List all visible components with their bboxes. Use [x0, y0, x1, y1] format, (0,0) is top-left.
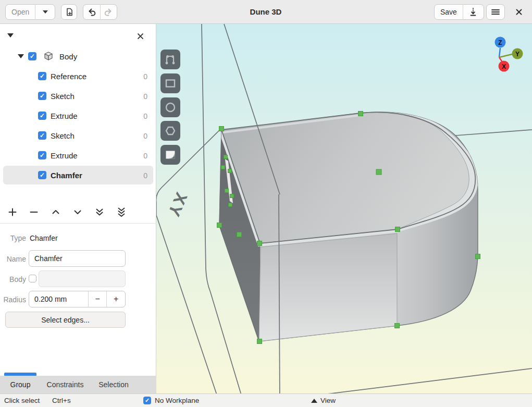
- move-up-button[interactable]: [51, 207, 61, 217]
- solid-body[interactable]: [219, 112, 478, 341]
- view-label[interactable]: View: [320, 397, 336, 404]
- radius-label: Radius: [0, 295, 26, 304]
- move-down-double-button[interactable]: [94, 207, 105, 217]
- menu-button[interactable]: [486, 4, 505, 20]
- row-checkbox[interactable]: ✓: [38, 131, 46, 140]
- tool-draw-path-button[interactable]: [160, 50, 180, 69]
- open-button[interactable]: Open: [6, 8, 35, 16]
- select-edges-button[interactable]: Select edges...: [5, 312, 126, 328]
- name-label: Name: [0, 255, 26, 263]
- status-action: Click select: [4, 397, 40, 404]
- vertex-handle[interactable]: [476, 254, 480, 259]
- vertex-handle[interactable]: [228, 169, 232, 173]
- view-expander-icon[interactable]: [311, 399, 317, 403]
- no-workplane-checkbox[interactable]: ✓: [143, 397, 151, 404]
- type-label: Type: [0, 234, 26, 242]
- tree-label[interactable]: Body: [59, 52, 77, 61]
- tool-draw-polygon-button[interactable]: [160, 121, 180, 141]
- vertex-handle[interactable]: [237, 232, 242, 237]
- scene-canvas[interactable]: XY: [156, 24, 532, 393]
- move-down-button[interactable]: [72, 207, 83, 217]
- body-field: [39, 270, 126, 287]
- tree-label[interactable]: Reference: [51, 72, 86, 81]
- tab-selection[interactable]: Selection: [94, 376, 133, 393]
- undo-icon: [86, 7, 97, 17]
- open-split-button[interactable]: Open: [5, 4, 55, 20]
- vertex-handle[interactable]: [376, 169, 381, 175]
- redo-button[interactable]: [100, 7, 117, 17]
- tab-group[interactable]: Group: [4, 376, 36, 393]
- fillet-icon: [164, 149, 177, 161]
- application-window: { "header": { "title": "Dune 3D", "open_…: [0, 0, 532, 407]
- remove-button[interactable]: [29, 207, 39, 217]
- vertex-handle[interactable]: [219, 127, 224, 131]
- row-checkbox[interactable]: ✓: [38, 151, 46, 159]
- tree-label[interactable]: Sketch: [51, 131, 75, 140]
- body-checkbox[interactable]: [29, 275, 36, 282]
- vertex-handle[interactable]: [221, 166, 225, 169]
- add-button[interactable]: [7, 207, 18, 217]
- close-window-button[interactable]: [513, 6, 525, 18]
- vertex-handle[interactable]: [225, 189, 229, 193]
- hamburger-menu-icon: [491, 7, 500, 17]
- expander-icon[interactable]: [18, 54, 24, 58]
- vertex-handle[interactable]: [224, 155, 228, 159]
- tool-draw-circle-button[interactable]: [160, 97, 180, 117]
- draw-circle-icon: [164, 101, 177, 114]
- header-bar: Open Dune 3D Save: [0, 0, 532, 24]
- save-button[interactable]: Save: [435, 8, 463, 16]
- tool-draw-rectangle-button[interactable]: [160, 73, 180, 93]
- redo-icon: [103, 7, 114, 17]
- draw-rectangle-icon: [164, 77, 177, 90]
- tab-constraints[interactable]: Constraints: [44, 376, 86, 393]
- window-title: Dune 3D: [219, 0, 313, 23]
- vertex-handle[interactable]: [257, 241, 262, 246]
- row-checkbox[interactable]: ✓: [38, 112, 46, 120]
- undo-button[interactable]: [83, 7, 100, 17]
- name-field[interactable]: Chamfer: [29, 250, 126, 267]
- radius-increment-button[interactable]: +: [107, 294, 125, 304]
- vertex-handle[interactable]: [257, 339, 262, 344]
- row-checkbox[interactable]: ✓: [38, 171, 46, 179]
- tool-fillet-button[interactable]: [160, 145, 180, 165]
- tree-label[interactable]: Extrude: [51, 112, 78, 120]
- body-checkbox[interactable]: ✓: [28, 52, 36, 60]
- radius-value[interactable]: 0.200 mm: [29, 295, 88, 303]
- undo-redo-group: [83, 4, 117, 20]
- tree-label[interactable]: Sketch: [51, 92, 75, 101]
- radius-decrement-button[interactable]: −: [89, 294, 107, 304]
- no-workplane-label: No Workplane: [155, 397, 199, 404]
- row-checkbox[interactable]: ✓: [38, 72, 46, 80]
- move-down-triple-button[interactable]: [116, 207, 127, 217]
- tree-label[interactable]: Extrude: [51, 151, 78, 160]
- cube-icon: [43, 51, 54, 62]
- vertex-handle[interactable]: [230, 194, 234, 198]
- tree-label[interactable]: Chamfer: [51, 171, 82, 180]
- vertex-handle[interactable]: [229, 203, 232, 207]
- open-dropdown-button[interactable]: [35, 10, 55, 14]
- draw-path-icon: [164, 53, 177, 66]
- save-as-icon: [468, 7, 478, 17]
- radius-spinbutton[interactable]: 0.200 mm − +: [29, 291, 126, 307]
- vertex-handle[interactable]: [395, 227, 400, 232]
- axis-x-label: X: [502, 63, 506, 70]
- type-value: Chamfer: [30, 234, 58, 242]
- close-icon: [515, 8, 523, 16]
- vertex-handle[interactable]: [395, 324, 400, 328]
- status-shortcut: Ctrl+s: [52, 397, 71, 404]
- status-bar: Click select Ctrl+s ✓ No Workplane View: [0, 393, 532, 407]
- tab-bar: Group Constraints Selection: [0, 376, 156, 393]
- body-label: Body: [0, 275, 26, 283]
- save-as-button[interactable]: [463, 7, 484, 17]
- row-count: 0: [132, 152, 147, 160]
- chevron-down-icon: [43, 10, 48, 14]
- panel-expander-icon[interactable]: [7, 33, 14, 38]
- new-document-button[interactable]: [61, 4, 77, 20]
- vertex-handle[interactable]: [217, 223, 222, 228]
- viewport-3d[interactable]: XY: [156, 24, 532, 393]
- row-checkbox[interactable]: ✓: [38, 92, 46, 100]
- save-split-button: Save: [434, 4, 484, 20]
- row-count: 0: [132, 72, 147, 81]
- panel-close-button[interactable]: [135, 31, 145, 41]
- vertex-handle[interactable]: [358, 112, 363, 116]
